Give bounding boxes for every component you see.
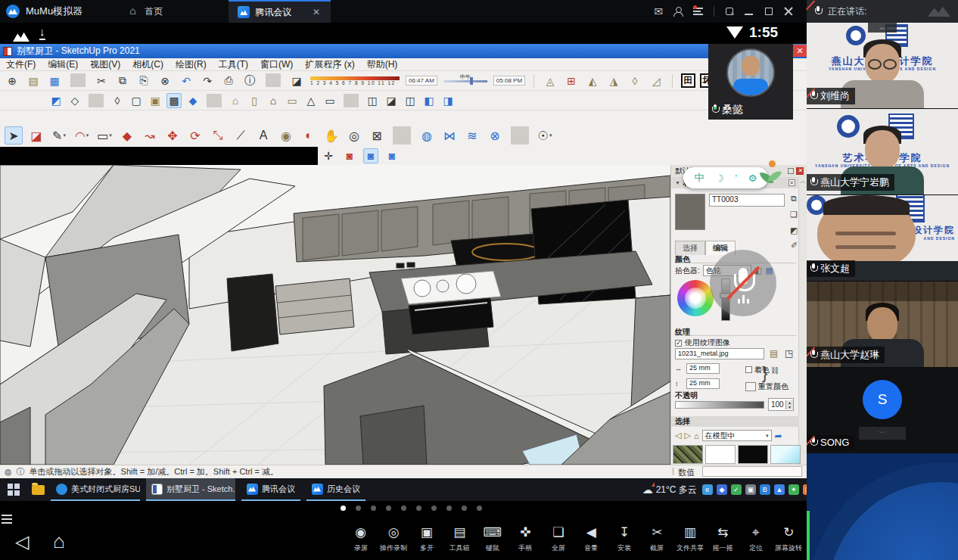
- paste-icon[interactable]: ⎘: [136, 73, 151, 89]
- rotate-screen-icon[interactable]: ↻ 屏幕旋转: [773, 525, 806, 553]
- shadow-time-slider[interactable]: 中午: [443, 77, 487, 85]
- separator[interactable]: [393, 126, 411, 145]
- back-edges-style-icon[interactable]: ◇: [67, 93, 82, 108]
- page-dot[interactable]: [416, 506, 421, 511]
- material-swatch[interactable]: [673, 445, 703, 464]
- menu-item[interactable]: 视图(V): [90, 58, 120, 71]
- rectangle-tool-icon[interactable]: ▭: [95, 126, 114, 145]
- shake-icon[interactable]: ⇆ 摇一摇: [707, 525, 740, 553]
- page-dot[interactable]: [386, 506, 391, 511]
- ime-punctuation-icon[interactable]: ’: [735, 173, 737, 184]
- paint-bucket-icon[interactable]: ◉: [277, 126, 295, 145]
- menu-item[interactable]: 绘图(R): [176, 58, 207, 71]
- material-swatch[interactable]: [770, 445, 801, 464]
- reset-color-label[interactable]: 重置颜色: [758, 381, 788, 392]
- browse-texture-icon[interactable]: ▤: [770, 348, 778, 359]
- keyboard-mouse-icon[interactable]: ⌨ 键鼠: [476, 525, 509, 553]
- undo-icon[interactable]: ↶: [179, 73, 194, 89]
- volume-icon[interactable]: ◀ 音量: [575, 525, 608, 553]
- xray-style-icon[interactable]: ◩: [48, 93, 64, 108]
- display-secondary-pane-icon[interactable]: ⧉: [791, 194, 797, 204]
- curic-sync-icon[interactable]: ⊗: [486, 126, 504, 145]
- erase-icon[interactable]: ⊗: [157, 73, 173, 89]
- page-dot[interactable]: [401, 506, 406, 511]
- text-tool-icon[interactable]: A: [254, 126, 272, 145]
- save-icon[interactable]: ▦: [47, 73, 62, 89]
- front-view-icon[interactable]: ▯: [247, 93, 262, 108]
- axes-tool-icon[interactable]: ✛: [321, 148, 336, 163]
- presenter-self-view[interactable]: 桑懿: [708, 44, 793, 120]
- file-share-icon[interactable]: ▥ 文件共享: [673, 525, 707, 553]
- monochrome-style-icon[interactable]: ◆: [185, 93, 201, 108]
- top-view-icon[interactable]: △: [303, 93, 319, 108]
- geolocation-icon[interactable]: ◍: [5, 467, 12, 477]
- texture-height-input[interactable]: 25 mm: [686, 378, 720, 389]
- ime-moon-icon[interactable]: ☽: [715, 173, 724, 184]
- participant-tile[interactable]: 艺术与设计学院 YANSHAN UNIVERSITY SCHOOL OF ART…: [807, 109, 958, 194]
- install-apk-icon[interactable]: ↧ 安装: [608, 525, 641, 553]
- section-b-icon[interactable]: ◙: [363, 148, 378, 163]
- rotate-tool-icon[interactable]: ⟳: [186, 126, 204, 145]
- shadow-toggle-icon[interactable]: ◪: [289, 73, 304, 89]
- page-dot[interactable]: [341, 506, 346, 511]
- tab-select-material[interactable]: 选择: [675, 241, 705, 255]
- pushpull-tool-icon[interactable]: ◆: [118, 126, 136, 145]
- opacity-slider[interactable]: [675, 401, 764, 409]
- menu-item[interactable]: 编辑(E): [48, 58, 78, 71]
- edit-texture-icon[interactable]: ◳: [785, 348, 793, 359]
- followme-tool-icon[interactable]: ↝: [141, 126, 159, 145]
- back-view-icon[interactable]: ▭: [285, 93, 300, 108]
- material-name-input[interactable]: TT0003: [709, 194, 785, 207]
- color-wheel[interactable]: [677, 280, 714, 316]
- snip-tray-icon[interactable]: ▣: [745, 484, 756, 495]
- gamepad-icon[interactable]: ✜ 手柄: [509, 525, 543, 553]
- slider-handle[interactable]: [470, 77, 473, 85]
- tape-measure-icon[interactable]: ⟋: [232, 126, 250, 145]
- drape-icon[interactable]: ◊: [627, 73, 642, 89]
- stamp-icon[interactable]: ◮: [606, 73, 621, 89]
- menu-item[interactable]: 扩展程序 (x): [305, 58, 354, 71]
- aspect-lock-icon[interactable]: ⛓: [771, 366, 779, 375]
- curic-section-icon[interactable]: ◍: [418, 126, 436, 145]
- page-dot[interactable]: [446, 506, 452, 511]
- print-icon[interactable]: ⎙: [221, 73, 236, 89]
- new-icon[interactable]: ⊕: [5, 73, 20, 89]
- multi-instance-icon[interactable]: ▣ 多开: [410, 525, 443, 553]
- spin-down-icon[interactable]: ▼: [788, 405, 792, 409]
- texture-width-input[interactable]: 25 mm: [686, 363, 720, 374]
- scale-tool-icon[interactable]: ⤡: [209, 126, 227, 145]
- mail-icon[interactable]: ✉: [654, 5, 663, 17]
- shadow-month-ruler[interactable]: 1 2 3 4 5 6 7 8 9 10 11 12: [310, 76, 400, 86]
- redo-icon[interactable]: ↷: [200, 73, 215, 89]
- defender-tray-icon[interactable]: ◆: [717, 484, 727, 495]
- section-display-icon[interactable]: ◪: [384, 93, 399, 108]
- android-back-button[interactable]: ◁: [15, 531, 29, 552]
- mumu-tray-icon[interactable]: ▲: [774, 484, 785, 495]
- shaded-style-icon[interactable]: ▣: [148, 93, 163, 108]
- wireframe-style-icon[interactable]: ◊: [110, 93, 125, 108]
- page-dot[interactable]: [431, 506, 437, 511]
- emulator-menu-icon[interactable]: [2, 515, 12, 524]
- select-tool-icon[interactable]: ➤: [5, 126, 23, 145]
- forward-arrow-icon[interactable]: ▷: [684, 431, 690, 440]
- menu-icon[interactable]: [693, 8, 703, 15]
- location-icon[interactable]: ⌖ 定位: [739, 525, 773, 553]
- page-dot[interactable]: [462, 506, 467, 511]
- maximize-icon[interactable]: [764, 7, 773, 16]
- sandbox-from-contours-icon[interactable]: ◬: [543, 73, 558, 89]
- copy-icon[interactable]: ⧉: [115, 73, 130, 89]
- separator[interactable]: [89, 94, 104, 107]
- page-dot[interactable]: [356, 506, 361, 511]
- taskbar-history-meeting[interactable]: 历史会议: [306, 478, 365, 501]
- section-fill-icon[interactable]: ◧: [421, 93, 437, 108]
- minimize-icon[interactable]: [745, 7, 754, 16]
- colorize-checkbox[interactable]: [745, 366, 752, 373]
- separator[interactable]: [344, 94, 359, 107]
- macro-record-icon[interactable]: ◎ 操作录制: [378, 525, 411, 553]
- select-section-header[interactable]: 选择: [671, 416, 799, 427]
- orbit-tool-icon[interactable]: ◐: [300, 126, 318, 145]
- sketchup-close-button[interactable]: ✕: [793, 45, 807, 57]
- set-default-material-icon[interactable]: ◩: [790, 226, 798, 235]
- tab-meeting[interactable]: 腾讯会议 ✕: [229, 0, 331, 23]
- taskbar-meeting[interactable]: 腾讯会议: [241, 478, 300, 501]
